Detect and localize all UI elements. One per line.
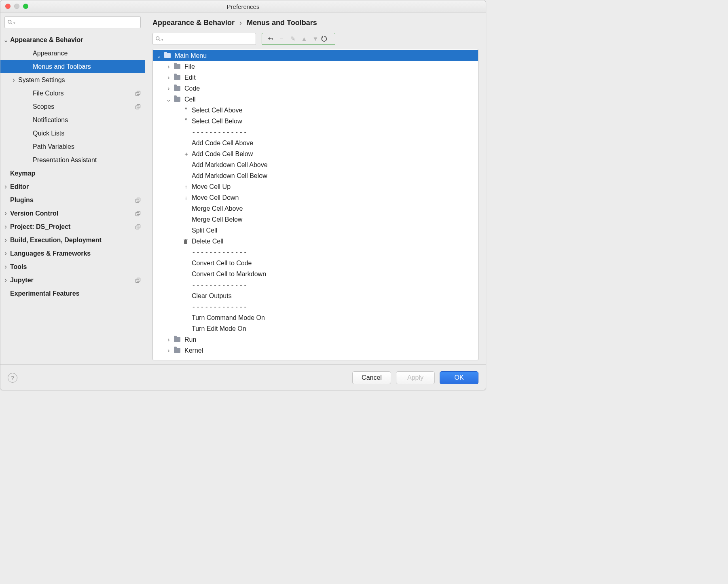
sidebar-item[interactable]: Presentation Assistant	[0, 153, 145, 167]
sidebar-item-label: Plugins	[9, 197, 135, 204]
tree-label: Clear Outputs	[192, 292, 232, 300]
tree-row[interactable]: ›Kernel	[153, 345, 478, 356]
sidebar-item-label: System Settings	[17, 76, 141, 84]
sidebar-item[interactable]: ›Jupyter	[0, 273, 145, 287]
sidebar-item[interactable]: Notifications	[0, 113, 145, 127]
close-window-button[interactable]	[5, 4, 11, 9]
folder-icon	[164, 53, 171, 58]
folder-icon	[174, 337, 180, 342]
chevron-right-icon: ›	[2, 209, 9, 218]
tree-row[interactable]: Turn Command Mode On	[153, 312, 478, 323]
sidebar-item[interactable]: ›Build, Execution, Deployment	[0, 233, 145, 247]
sidebar-item-label: File Colors	[17, 90, 135, 97]
sidebar-item-label: Editor	[9, 183, 141, 190]
tree-row[interactable]: Convert Cell to Markdown	[153, 269, 478, 279]
sidebar-item[interactable]: ›Tools	[0, 260, 145, 273]
tree-row[interactable]: ›Edit	[153, 72, 478, 83]
chevron-right-icon: ›	[166, 347, 171, 354]
menu-separator[interactable]: -------------	[153, 247, 478, 258]
tree-label: Delete Cell	[192, 238, 223, 245]
sidebar-item-label: Project: DS_Project	[9, 223, 135, 231]
sidebar-item-label: Presentation Assistant	[17, 157, 141, 164]
tree-row[interactable]: Add Code Cell Above	[153, 138, 478, 148]
cancel-button[interactable]: Cancel	[352, 371, 391, 384]
sidebar-item[interactable]: Scopes	[0, 100, 145, 113]
restore-defaults-button[interactable]	[321, 36, 332, 42]
sidebar-item[interactable]: Appearance	[0, 47, 145, 60]
sidebar-item-label: Jupyter	[9, 277, 135, 284]
tree-row[interactable]: Merge Cell Below	[153, 214, 478, 225]
tree-row[interactable]: ˄Select Cell Above	[153, 105, 478, 116]
tree-row[interactable]: ›Code	[153, 83, 478, 94]
remove-action-button[interactable]: −	[276, 33, 287, 44]
sidebar-item-label: Scopes	[17, 103, 135, 110]
tree-search-input[interactable]	[163, 35, 253, 42]
edit-action-button[interactable]: ✎	[287, 33, 298, 44]
help-button[interactable]: ?	[8, 373, 17, 383]
tree-row[interactable]: ˅Select Cell Below	[153, 116, 478, 127]
tree-label: Add Markdown Cell Below	[192, 172, 267, 180]
sidebar-item[interactable]: Menus and Toolbars	[0, 60, 145, 73]
tree-row[interactable]: Turn Edit Mode On	[153, 323, 478, 334]
sidebar-item[interactable]: ›Editor	[0, 180, 145, 193]
tree-row[interactable]: Clear Outputs	[153, 290, 478, 301]
tree-row[interactable]: ↓Move Cell Down	[153, 192, 478, 203]
apply-button[interactable]: Apply	[396, 371, 435, 384]
tree-row[interactable]: Delete Cell	[153, 236, 478, 247]
tree-label: Turn Command Mode On	[192, 314, 265, 322]
tree-row[interactable]: Convert Cell to Code	[153, 258, 478, 269]
tree-row[interactable]: ⌄Cell	[153, 94, 478, 105]
svg-rect-18	[185, 239, 186, 240]
sidebar-item[interactable]: ›Project: DS_Project	[0, 220, 145, 233]
sidebar-item[interactable]: ›Languages & Frameworks	[0, 247, 145, 260]
tree-label: Main Menu	[175, 52, 207, 59]
add-action-button[interactable]: +▾	[265, 33, 276, 45]
project-level-badge-icon	[135, 224, 141, 230]
sidebar-item-label: Notifications	[17, 116, 141, 124]
menu-separator[interactable]: -------------	[153, 127, 478, 138]
svg-line-1	[11, 23, 13, 25]
sidebar-item[interactable]: Plugins	[0, 193, 145, 207]
menu-tree[interactable]: ⌄Main Menu›File›Edit›Code⌄Cell˄Select Ce…	[152, 49, 478, 360]
menu-separator[interactable]: -------------	[153, 301, 478, 312]
tree-row-root[interactable]: ⌄Main Menu	[153, 50, 478, 61]
minimize-window-button[interactable]	[14, 4, 19, 9]
tree-row[interactable]: ›File	[153, 61, 478, 72]
menu-separator[interactable]: -------------	[153, 279, 478, 290]
tree-row[interactable]: Merge Cell Above	[153, 203, 478, 214]
move-up-button[interactable]: ▲	[298, 33, 310, 44]
zoom-window-button[interactable]	[23, 4, 28, 9]
breadcrumb-page: Menus and Toolbars	[247, 19, 317, 27]
svg-point-0	[8, 20, 11, 23]
move-down-button[interactable]: ▼	[310, 33, 321, 44]
tree-label: Move Cell Up	[192, 183, 231, 190]
tree-row[interactable]: ›Run	[153, 334, 478, 345]
tree-row[interactable]: Split Cell	[153, 225, 478, 236]
tree-search[interactable]: ▾	[152, 33, 256, 45]
sidebar-item[interactable]: ›Version Control	[0, 207, 145, 220]
sidebar-item[interactable]: Quick Lists	[0, 127, 145, 140]
sidebar-item[interactable]: Keymap	[0, 167, 145, 180]
chevron-right-icon: ›	[239, 19, 242, 27]
sidebar: ▾ ⌄Appearance & BehaviorAppearanceMenus …	[0, 13, 145, 364]
ok-button[interactable]: OK	[440, 371, 478, 384]
tree-label: Code	[184, 85, 200, 92]
sidebar-item[interactable]: ›System Settings	[0, 73, 145, 87]
tree-row[interactable]: Add Markdown Cell Above	[153, 159, 478, 170]
sidebar-item[interactable]: ⌄Appearance & Behavior	[0, 33, 145, 47]
tree-row[interactable]: ↑Move Cell Up	[153, 181, 478, 192]
chevron-right-icon: ›	[166, 63, 171, 70]
tree-label: Convert Cell to Markdown	[192, 271, 266, 278]
sidebar-item[interactable]: Experimental Features	[0, 287, 145, 300]
sidebar-search-input[interactable]	[15, 19, 138, 26]
tree-row[interactable]: Add Markdown Cell Below	[153, 170, 478, 181]
chevron-right-icon: ›	[166, 74, 171, 81]
down-caret-icon: ˅	[183, 118, 189, 125]
svg-line-15	[159, 40, 161, 41]
sidebar-item[interactable]: File Colors	[0, 87, 145, 100]
folder-icon	[174, 75, 180, 80]
sidebar-item-label: Appearance	[17, 50, 141, 57]
tree-row[interactable]: ＋Add Code Cell Below	[153, 148, 478, 159]
sidebar-item[interactable]: Path Variables	[0, 140, 145, 153]
sidebar-search[interactable]: ▾	[4, 16, 141, 28]
